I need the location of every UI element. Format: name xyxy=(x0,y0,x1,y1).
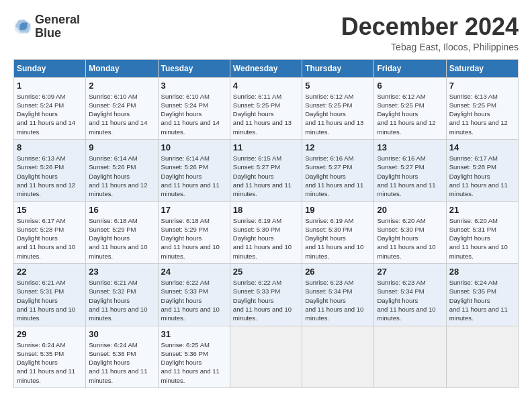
day-number: 4 xyxy=(233,81,299,91)
day-number: 5 xyxy=(305,81,371,91)
calendar-week-row: 22Sunrise: 6:21 AMSunset: 5:31 PMDayligh… xyxy=(14,264,519,326)
location-subtitle: Tebag East, Ilocos, Philippines xyxy=(341,42,519,52)
calendar-cell: 6Sunrise: 6:12 AMSunset: 5:25 PMDaylight… xyxy=(374,77,446,139)
day-number: 14 xyxy=(449,142,515,152)
day-number: 21 xyxy=(449,205,515,215)
calendar-cell: 9Sunrise: 6:14 AMSunset: 5:26 PMDaylight… xyxy=(86,140,158,201)
calendar-cell: 29Sunrise: 6:24 AMSunset: 5:35 PMDayligh… xyxy=(14,326,86,387)
day-info: Sunrise: 6:14 AMSunset: 5:26 PMDaylight … xyxy=(161,154,227,198)
calendar-cell: 25Sunrise: 6:22 AMSunset: 5:33 PMDayligh… xyxy=(230,264,302,326)
calendar-cell: 20Sunrise: 6:20 AMSunset: 5:30 PMDayligh… xyxy=(374,201,446,263)
title-block: December 2024 Tebag East, Ilocos, Philip… xyxy=(341,13,519,52)
calendar-header-row: SundayMondayTuesdayWednesdayThursdayFrid… xyxy=(14,59,519,77)
calendar-cell: 24Sunrise: 6:22 AMSunset: 5:33 PMDayligh… xyxy=(158,264,230,326)
logo-line2: Blue xyxy=(35,27,80,40)
calendar-cell: 18Sunrise: 6:19 AMSunset: 5:30 PMDayligh… xyxy=(230,201,302,263)
day-info: Sunrise: 6:19 AMSunset: 5:30 PMDaylight … xyxy=(233,216,299,261)
logo-line1: General xyxy=(35,13,80,27)
calendar-cell: 16Sunrise: 6:18 AMSunset: 5:29 PMDayligh… xyxy=(86,201,158,263)
day-info: Sunrise: 6:18 AMSunset: 5:29 PMDaylight … xyxy=(89,216,154,261)
day-info: Sunrise: 6:19 AMSunset: 5:30 PMDaylight … xyxy=(305,216,371,261)
calendar-cell: 26Sunrise: 6:23 AMSunset: 5:34 PMDayligh… xyxy=(302,264,374,326)
day-number: 31 xyxy=(161,329,227,339)
calendar-cell: 15Sunrise: 6:17 AMSunset: 5:28 PMDayligh… xyxy=(14,201,86,263)
day-number: 11 xyxy=(233,142,299,152)
day-info: Sunrise: 6:17 AMSunset: 5:28 PMDaylight … xyxy=(449,154,515,198)
day-info: Sunrise: 6:24 AMSunset: 5:35 PMDaylight … xyxy=(449,278,515,322)
day-number: 16 xyxy=(89,205,154,215)
calendar-table: SundayMondayTuesdayWednesdayThursdayFrid… xyxy=(13,59,519,388)
day-number: 26 xyxy=(305,267,371,277)
day-number: 23 xyxy=(89,267,154,277)
calendar-cell: 2Sunrise: 6:10 AMSunset: 5:24 PMDaylight… xyxy=(86,77,158,139)
day-info: Sunrise: 6:11 AMSunset: 5:25 PMDaylight … xyxy=(233,92,299,136)
weekday-header: Thursday xyxy=(302,59,374,77)
page-header: General Blue December 2024 Tebag East, I… xyxy=(13,13,519,52)
weekday-header: Tuesday xyxy=(158,59,230,77)
calendar-cell: 5Sunrise: 6:12 AMSunset: 5:25 PMDaylight… xyxy=(302,77,374,139)
day-info: Sunrise: 6:20 AMSunset: 5:31 PMDaylight … xyxy=(449,216,515,261)
day-number: 9 xyxy=(89,142,154,152)
calendar-cell: 21Sunrise: 6:20 AMSunset: 5:31 PMDayligh… xyxy=(446,201,518,263)
day-number: 30 xyxy=(89,329,154,339)
logo: General Blue xyxy=(13,13,80,40)
calendar-cell: 13Sunrise: 6:16 AMSunset: 5:27 PMDayligh… xyxy=(374,140,446,201)
calendar-cell xyxy=(446,326,518,387)
day-info: Sunrise: 6:16 AMSunset: 5:27 PMDaylight … xyxy=(377,154,443,198)
day-number: 1 xyxy=(17,81,83,91)
day-number: 24 xyxy=(161,267,227,277)
day-info: Sunrise: 6:24 AMSunset: 5:35 PMDaylight … xyxy=(17,340,83,385)
day-number: 29 xyxy=(17,329,83,339)
day-info: Sunrise: 6:16 AMSunset: 5:27 PMDaylight … xyxy=(305,154,371,198)
day-number: 27 xyxy=(377,267,443,277)
day-info: Sunrise: 6:21 AMSunset: 5:31 PMDaylight … xyxy=(17,278,83,322)
calendar-cell: 1Sunrise: 6:09 AMSunset: 5:24 PMDaylight… xyxy=(14,77,86,139)
day-info: Sunrise: 6:12 AMSunset: 5:25 PMDaylight … xyxy=(305,92,371,136)
calendar-cell: 22Sunrise: 6:21 AMSunset: 5:31 PMDayligh… xyxy=(14,264,86,326)
logo-icon xyxy=(13,17,32,36)
calendar-cell: 7Sunrise: 6:13 AMSunset: 5:25 PMDaylight… xyxy=(446,77,518,139)
day-number: 12 xyxy=(305,142,371,152)
day-number: 25 xyxy=(233,267,299,277)
day-info: Sunrise: 6:12 AMSunset: 5:25 PMDaylight … xyxy=(377,92,443,136)
day-info: Sunrise: 6:22 AMSunset: 5:33 PMDaylight … xyxy=(233,278,299,322)
calendar-cell: 27Sunrise: 6:23 AMSunset: 5:34 PMDayligh… xyxy=(374,264,446,326)
day-number: 10 xyxy=(161,142,227,152)
calendar-cell: 19Sunrise: 6:19 AMSunset: 5:30 PMDayligh… xyxy=(302,201,374,263)
calendar-cell xyxy=(374,326,446,387)
day-info: Sunrise: 6:17 AMSunset: 5:28 PMDaylight … xyxy=(17,216,83,261)
day-info: Sunrise: 6:15 AMSunset: 5:27 PMDaylight … xyxy=(233,154,299,198)
day-number: 8 xyxy=(17,142,83,152)
day-info: Sunrise: 6:14 AMSunset: 5:26 PMDaylight … xyxy=(89,154,154,198)
day-info: Sunrise: 6:23 AMSunset: 5:34 PMDaylight … xyxy=(305,278,371,322)
calendar-cell: 8Sunrise: 6:13 AMSunset: 5:26 PMDaylight… xyxy=(14,140,86,201)
day-number: 19 xyxy=(305,205,371,215)
day-info: Sunrise: 6:25 AMSunset: 5:36 PMDaylight … xyxy=(161,340,227,385)
calendar-cell: 4Sunrise: 6:11 AMSunset: 5:25 PMDaylight… xyxy=(230,77,302,139)
month-title: December 2024 xyxy=(341,13,519,40)
day-number: 22 xyxy=(17,267,83,277)
calendar-cell: 31Sunrise: 6:25 AMSunset: 5:36 PMDayligh… xyxy=(158,326,230,387)
day-info: Sunrise: 6:10 AMSunset: 5:24 PMDaylight … xyxy=(161,92,227,136)
calendar-cell: 30Sunrise: 6:24 AMSunset: 5:36 PMDayligh… xyxy=(86,326,158,387)
calendar-cell: 23Sunrise: 6:21 AMSunset: 5:32 PMDayligh… xyxy=(86,264,158,326)
weekday-header: Monday xyxy=(86,59,158,77)
calendar-cell xyxy=(230,326,302,387)
day-number: 2 xyxy=(89,81,154,91)
day-number: 17 xyxy=(161,205,227,215)
day-info: Sunrise: 6:20 AMSunset: 5:30 PMDaylight … xyxy=(377,216,443,261)
calendar-cell: 14Sunrise: 6:17 AMSunset: 5:28 PMDayligh… xyxy=(446,140,518,201)
day-number: 13 xyxy=(377,142,443,152)
day-info: Sunrise: 6:13 AMSunset: 5:26 PMDaylight … xyxy=(17,154,83,198)
day-info: Sunrise: 6:22 AMSunset: 5:33 PMDaylight … xyxy=(161,278,227,322)
day-number: 15 xyxy=(17,205,83,215)
day-number: 3 xyxy=(161,81,227,91)
calendar-cell: 17Sunrise: 6:18 AMSunset: 5:29 PMDayligh… xyxy=(158,201,230,263)
day-number: 18 xyxy=(233,205,299,215)
day-number: 7 xyxy=(449,81,515,91)
calendar-week-row: 8Sunrise: 6:13 AMSunset: 5:26 PMDaylight… xyxy=(14,140,519,201)
day-info: Sunrise: 6:10 AMSunset: 5:24 PMDaylight … xyxy=(89,92,154,136)
calendar-cell: 10Sunrise: 6:14 AMSunset: 5:26 PMDayligh… xyxy=(158,140,230,201)
calendar-cell: 11Sunrise: 6:15 AMSunset: 5:27 PMDayligh… xyxy=(230,140,302,201)
day-info: Sunrise: 6:24 AMSunset: 5:36 PMDaylight … xyxy=(89,340,154,385)
